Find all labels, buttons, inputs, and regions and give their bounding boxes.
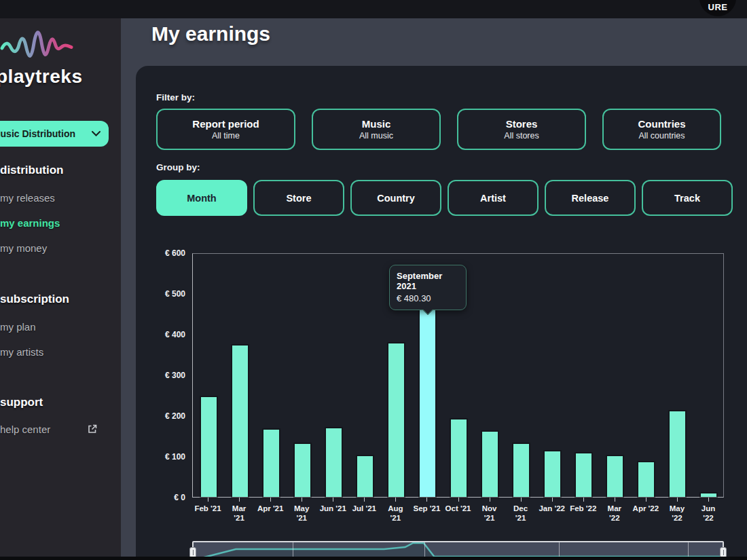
bar-nov-21[interactable] — [482, 432, 498, 497]
sidebar-heading-subscription: subscription — [0, 293, 69, 306]
sidebar-item-my-artists[interactable]: my artists — [0, 346, 43, 358]
x-axis-tick-label: May '21 — [294, 504, 309, 523]
filter-stores-button[interactable]: Stores All stores — [457, 109, 586, 150]
x-axis-tick-label: Jul '21 — [352, 504, 376, 513]
bar-mar-22[interactable] — [607, 456, 623, 497]
group-month-button[interactable]: Month — [156, 180, 247, 216]
x-axis-tick-label: Sep '21 — [414, 504, 441, 513]
x-axis-tick-mark — [426, 498, 427, 502]
playtreks-logo-waveform-icon — [0, 22, 81, 71]
bar-mar-21[interactable] — [232, 346, 248, 497]
sidebar-item-help-center[interactable]: help center — [0, 424, 50, 435]
x-axis-tick-mark — [521, 498, 522, 502]
chevron-down-icon — [92, 131, 101, 136]
x-axis-tick-mark — [239, 498, 240, 502]
page-title: My earnings — [151, 22, 270, 45]
earnings-card: Filter by: Report period All time Music … — [136, 66, 747, 560]
filter-music-button[interactable]: Music All music — [312, 109, 441, 150]
top-bar: URE — [0, 0, 747, 18]
bar-may-22[interactable] — [670, 411, 685, 497]
y-axis-tick-label: € 0 — [136, 493, 185, 502]
plot-area: September 2021 € 480.30 — [192, 253, 724, 498]
x-axis-tick-mark — [677, 498, 678, 502]
bar-jul-21[interactable] — [357, 456, 373, 497]
bar-jun-22[interactable] — [701, 493, 716, 497]
brand-name: playtreks — [0, 66, 82, 88]
filter-countries-button[interactable]: Countries All countries — [602, 109, 721, 150]
avatar[interactable]: URE — [699, 0, 736, 16]
y-axis: € 600€ 500€ 400€ 300€ 200€ 100€ 0 — [136, 253, 185, 498]
product-selector-dropdown[interactable]: Music Distribution — [0, 121, 109, 147]
group-release-button[interactable]: Release — [545, 180, 636, 216]
x-axis-tick-label: Mar '21 — [232, 504, 246, 523]
filter-report-period-button[interactable]: Report period All time — [156, 109, 295, 150]
x-axis: Feb '21Mar '21Apr '21May '21Jun '21Jul '… — [192, 500, 724, 527]
filter-row: Report period All time Music All music S… — [156, 109, 721, 150]
filter-title: Report period — [192, 118, 259, 130]
sidebar-item-my-releases[interactable]: my releases — [0, 192, 55, 204]
x-axis-tick-label: May '22 — [670, 504, 685, 523]
x-axis-tick-mark — [458, 498, 459, 502]
bottom-edge — [0, 557, 747, 560]
y-axis-tick-label: € 600 — [136, 248, 185, 258]
x-axis-tick-label: Jun '22 — [700, 504, 716, 523]
y-axis-tick-label: € 200 — [136, 411, 185, 421]
group-country-button[interactable]: Country — [350, 180, 441, 216]
external-link-icon[interactable] — [87, 424, 98, 434]
filter-subtitle: All stores — [504, 131, 539, 141]
x-axis-tick-mark — [615, 498, 615, 502]
bar-aug-21[interactable] — [388, 343, 404, 497]
bar-apr-21[interactable] — [263, 430, 279, 497]
filter-title: Stores — [506, 118, 538, 130]
x-axis-tick-mark — [552, 498, 553, 502]
sidebar-item-my-money[interactable]: my money — [0, 242, 47, 254]
filter-by-label: Filter by: — [156, 92, 195, 102]
x-axis-tick-label: Apr '21 — [257, 504, 284, 513]
x-axis-tick-mark — [490, 498, 490, 502]
x-axis-tick-label: Feb '21 — [194, 504, 221, 513]
x-axis-tick-mark — [708, 498, 709, 502]
x-axis-tick-label: Oct '21 — [445, 504, 471, 513]
bar-jan-22[interactable] — [545, 451, 560, 497]
bar-may-21[interactable] — [295, 444, 310, 497]
group-store-button[interactable]: Store — [253, 180, 344, 216]
x-axis-tick-mark — [646, 498, 646, 502]
group-track-button[interactable]: Track — [642, 180, 733, 216]
bar-oct-21[interactable] — [451, 419, 467, 497]
bar-feb-21[interactable] — [201, 397, 217, 497]
x-axis-tick-label: Nov '21 — [482, 504, 497, 523]
x-axis-tick-mark — [583, 498, 584, 502]
y-axis-tick-label: € 100 — [136, 452, 185, 462]
x-axis-tick-label: Aug '21 — [388, 504, 403, 523]
tooltip-title: September 2021 — [397, 271, 459, 291]
y-axis-tick-label: € 400 — [136, 330, 185, 339]
bar-apr-22[interactable] — [638, 462, 654, 497]
sidebar-item-my-plan[interactable]: my plan — [0, 321, 36, 333]
bar-dec-21[interactable] — [513, 444, 529, 497]
x-axis-tick-label: Dec '21 — [513, 504, 528, 523]
x-axis-tick-mark — [302, 498, 302, 502]
group-by-row: Month Store Country Artist Release Track — [156, 180, 733, 216]
filter-subtitle: All countries — [638, 131, 685, 141]
x-axis-tick-label: Feb '22 — [570, 504, 596, 513]
group-artist-button[interactable]: Artist — [448, 180, 539, 216]
x-axis-tick-mark — [364, 498, 365, 502]
bar-jun-21[interactable] — [326, 428, 342, 497]
product-selector-label: Music Distribution — [0, 128, 75, 139]
y-axis-tick-label: € 300 — [136, 371, 185, 380]
x-axis-tick-mark — [208, 498, 208, 502]
filter-subtitle: All music — [359, 131, 393, 141]
x-axis-tick-mark — [333, 498, 333, 502]
y-axis-tick-label: € 500 — [136, 289, 185, 299]
sidebar-item-my-earnings[interactable]: my earnings — [0, 217, 60, 229]
x-axis-tick-mark — [270, 498, 271, 502]
x-axis-tick-label: Apr '22 — [633, 504, 659, 513]
bar-feb-22[interactable] — [576, 453, 591, 497]
x-axis-tick-mark — [395, 498, 396, 502]
sidebar: playtreks Music Distribution distributio… — [0, 0, 121, 560]
chart-tooltip: September 2021 € 480.30 — [389, 265, 467, 310]
filter-title: Music — [362, 118, 391, 130]
tooltip-value: € 480.30 — [397, 293, 459, 303]
bar-sep-21[interactable] — [420, 301, 435, 497]
x-axis-tick-label: Mar '22 — [608, 504, 621, 523]
